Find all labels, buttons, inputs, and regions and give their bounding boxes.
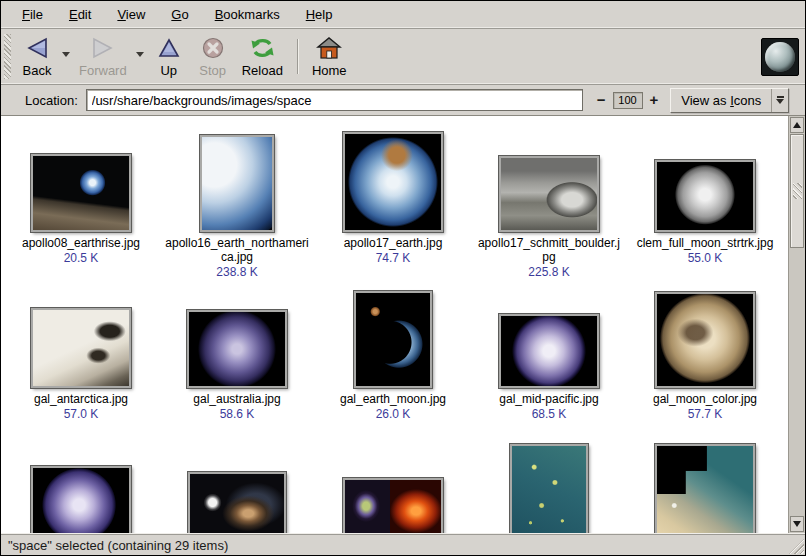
file-size: 58.6 K <box>220 407 255 421</box>
scroll-up-button[interactable] <box>790 117 804 133</box>
folder-view: apollo08_earthrise.jpg20.5 Kapollo16_ear… <box>1 116 805 533</box>
back-history-dropdown[interactable] <box>59 46 72 62</box>
file-icon-box <box>354 284 432 388</box>
zoom-in-button[interactable]: + <box>646 92 663 108</box>
zoom-out-button[interactable]: − <box>593 92 610 108</box>
home-button[interactable]: Home <box>305 31 354 81</box>
file-item[interactable]: apollo16_earth_northamerica.jpg238.8 K <box>159 128 315 284</box>
stop-icon <box>201 35 225 61</box>
view-mode-label: View as Icons <box>671 89 771 112</box>
menu-bar: FileEditViewGoBookmarksHelp <box>1 1 805 29</box>
menu-view[interactable]: View <box>104 2 158 27</box>
toolbar-drag-handle[interactable] <box>4 34 11 79</box>
file-thumbnail[interactable] <box>343 132 443 232</box>
status-bar: "space" selected (containing 29 items) <box>1 533 805 555</box>
up-icon <box>157 35 181 61</box>
location-bar: Location: − 100 + View as Icons <box>1 85 805 116</box>
file-thumbnail[interactable] <box>655 444 755 533</box>
file-thumbnail[interactable] <box>31 154 131 232</box>
file-grid: apollo08_earthrise.jpg20.5 Kapollo16_ear… <box>3 116 788 533</box>
forward-history-dropdown <box>134 46 147 62</box>
file-thumbnail[interactable] <box>200 135 274 232</box>
file-thumbnail[interactable] <box>354 291 432 388</box>
file-icon-box <box>188 440 286 533</box>
forward-button: Forward <box>72 31 134 81</box>
menu-file[interactable]: File <box>9 2 56 27</box>
zoom-control: − 100 + <box>593 92 663 109</box>
file-name: apollo17_earth.jpg <box>344 236 443 250</box>
file-item[interactable]: gal_antarctica.jpg57.0 K <box>3 284 159 440</box>
file-icon-box <box>200 128 274 232</box>
back-button-label: Back <box>23 63 52 78</box>
stop-button: Stop <box>191 31 235 81</box>
file-thumbnail[interactable] <box>343 478 443 533</box>
toolbar-separator <box>297 39 298 74</box>
file-icon-box <box>31 440 131 533</box>
file-thumbnail[interactable] <box>510 444 588 533</box>
reload-button[interactable]: Reload <box>235 31 290 81</box>
location-input[interactable] <box>86 89 583 111</box>
file-grid-row: apollo08_earthrise.jpg20.5 Kapollo16_ear… <box>3 128 788 284</box>
vertical-scrollbar <box>788 116 805 533</box>
file-name: apollo16_earth_northamerica.jpg <box>165 236 309 264</box>
window-resize-grip[interactable] <box>789 539 804 554</box>
file-item[interactable] <box>3 440 159 533</box>
file-item[interactable]: apollo17_schmitt_boulder.jpg225.8 K <box>471 128 627 284</box>
file-size: 57.0 K <box>64 407 99 421</box>
file-item[interactable]: apollo17_earth.jpg74.7 K <box>315 128 471 284</box>
file-thumbnail[interactable] <box>31 466 131 533</box>
menu-edit[interactable]: Edit <box>56 2 104 27</box>
file-item[interactable]: gal_earth_moon.jpg26.0 K <box>315 284 471 440</box>
file-name: clem_full_moon_strtrk.jpg <box>637 236 774 250</box>
file-size: 68.5 K <box>532 407 567 421</box>
stop-button-label: Stop <box>199 63 226 78</box>
file-icon-box <box>655 284 755 388</box>
menu-help[interactable]: Help <box>293 2 346 27</box>
file-thumbnail[interactable] <box>499 156 599 232</box>
file-item[interactable] <box>315 440 471 533</box>
forward-button-label: Forward <box>79 63 127 78</box>
file-item[interactable] <box>471 440 627 533</box>
file-item[interactable] <box>159 440 315 533</box>
view-mode-dropdown-arrow[interactable] <box>771 89 788 112</box>
file-name: gal_australia.jpg <box>193 392 280 406</box>
reload-button-label: Reload <box>242 63 283 78</box>
chevron-down-icon <box>62 52 70 57</box>
file-icon-box <box>499 284 599 388</box>
file-thumbnail[interactable] <box>499 314 599 388</box>
reload-icon <box>249 35 276 61</box>
file-item[interactable]: gal_australia.jpg58.6 K <box>159 284 315 440</box>
menu-go[interactable]: Go <box>158 2 201 27</box>
file-item[interactable]: gal_mid-pacific.jpg68.5 K <box>471 284 627 440</box>
file-name: gal_mid-pacific.jpg <box>499 392 598 406</box>
file-item[interactable]: apollo08_earthrise.jpg20.5 K <box>3 128 159 284</box>
scrollbar-thumb[interactable] <box>790 134 804 248</box>
file-thumbnail[interactable] <box>187 310 287 388</box>
up-button[interactable]: Up <box>147 31 191 81</box>
file-size: 225.8 K <box>528 265 569 279</box>
file-item[interactable] <box>627 440 783 533</box>
menu-bookmarks[interactable]: Bookmarks <box>202 2 293 27</box>
file-thumbnail[interactable] <box>655 292 755 388</box>
toolbar-buttons: BackForwardUpStopReloadHome <box>15 31 354 82</box>
file-thumbnail[interactable] <box>188 472 286 533</box>
combo-indicator-bar <box>777 96 784 98</box>
file-item[interactable]: clem_full_moon_strtrk.jpg55.0 K <box>627 128 783 284</box>
file-grid-row <box>3 440 788 533</box>
chevron-down-icon <box>776 99 784 104</box>
chevron-down-icon <box>136 52 144 57</box>
file-thumbnail[interactable] <box>655 160 755 232</box>
file-icon-box <box>499 128 599 232</box>
back-button[interactable]: Back <box>15 31 59 81</box>
home-button-label: Home <box>312 63 347 78</box>
throbber-sphere <box>765 42 795 72</box>
file-size: 57.7 K <box>688 407 723 421</box>
scroll-down-button[interactable] <box>790 516 804 532</box>
file-name: gal_moon_color.jpg <box>653 392 757 406</box>
home-icon <box>316 35 342 61</box>
file-thumbnail[interactable] <box>31 308 131 388</box>
view-mode-dropdown[interactable]: View as Icons <box>670 88 789 113</box>
file-name: gal_earth_moon.jpg <box>340 392 446 406</box>
file-size: 238.8 K <box>216 265 257 279</box>
file-item[interactable]: gal_moon_color.jpg57.7 K <box>627 284 783 440</box>
